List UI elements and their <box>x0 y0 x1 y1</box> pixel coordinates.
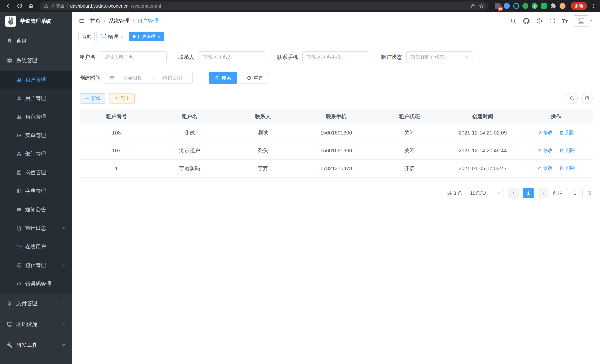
filter-row-2: 创建时间 - 搜索 重置 <box>80 72 593 84</box>
current-page-button[interactable]: 1 <box>523 188 534 198</box>
tag-tenant[interactable]: 租户管理 × <box>129 32 164 41</box>
sidebar-item-dict[interactable]: 字典管理 <box>0 182 72 200</box>
sidebar-item-audit-log[interactable]: 审计日志 <box>0 219 72 237</box>
sidebar-item-dev-tools[interactable]: 研发工具 <box>0 335 72 355</box>
sidebar-item-dept[interactable]: 部门管理 <box>0 145 72 163</box>
cell-actions: 修改 删除 <box>519 142 593 159</box>
search-button-label: 搜索 <box>222 75 231 81</box>
delete-link[interactable]: 删除 <box>559 165 575 171</box>
browser-reload-button[interactable] <box>15 1 25 11</box>
close-icon[interactable]: × <box>121 34 123 39</box>
url-path: /system/tenant <box>131 3 161 9</box>
cell-actions: 修改 删除 <box>519 159 593 177</box>
breadcrumb-system[interactable]: 系统管理 <box>109 18 129 25</box>
status-select[interactable]: 请选择租户状态 <box>406 51 473 63</box>
tenant-name-input[interactable] <box>104 54 162 60</box>
goto-page-input[interactable] <box>567 188 582 198</box>
delete-link[interactable]: 删除 <box>559 147 575 154</box>
extension-icon-4[interactable] <box>523 3 528 9</box>
sidebar-item-user[interactable]: 用户管理 <box>0 89 72 108</box>
sidebar-item-menu[interactable]: 菜单管理 <box>0 126 72 145</box>
profile-avatar-icon[interactable] <box>560 3 565 9</box>
contact-input[interactable] <box>203 54 261 60</box>
app-logo-row[interactable]: 芋道管理系统 <box>0 12 72 30</box>
extension-icon-5[interactable]: y <box>532 3 538 9</box>
edit-link[interactable]: 修改 <box>537 165 553 171</box>
filter-phone: 联系手机 <box>277 51 369 63</box>
reset-button-label: 重置 <box>253 75 263 81</box>
page-size-value: 10条/页 <box>470 190 487 196</box>
sidebar-item-label: 菜单管理 <box>25 132 46 139</box>
security-label[interactable]: 不安全 <box>51 3 65 9</box>
sidebar-item-system[interactable]: 系统管理 <box>0 50 72 71</box>
prev-page-button[interactable] <box>508 188 519 198</box>
end-date-input[interactable] <box>156 75 188 81</box>
sidebar-item-home[interactable]: 首页 <box>0 30 72 50</box>
chevron-down-icon <box>464 55 469 59</box>
extension-icon-3[interactable] <box>513 3 519 9</box>
page-size-select[interactable]: 10条/页 <box>467 188 504 198</box>
extension-icon-1[interactable]: 10 <box>495 3 501 9</box>
browser-update-button[interactable]: 更新 <box>571 2 587 10</box>
help-icon[interactable] <box>536 18 543 24</box>
extension-icon-2[interactable] <box>504 3 510 9</box>
breadcrumb-home[interactable]: 首页 <box>90 18 101 25</box>
sidebar-item-role[interactable]: 角色管理 <box>0 108 72 126</box>
browser-home-button[interactable] <box>26 1 36 11</box>
sidebar-item-label: 审计日志 <box>25 225 46 232</box>
page-content: 租户名 联系人 联系手机 <box>72 43 600 364</box>
extensions-area: 10 y <box>495 3 565 9</box>
share-icon[interactable] <box>470 3 476 9</box>
avatar[interactable] <box>574 15 588 27</box>
user-menu[interactable] <box>574 15 593 27</box>
sidebar-item-tenant[interactable]: 租户管理 <box>0 71 72 89</box>
edit-link[interactable]: 修改 <box>537 129 553 136</box>
sidebar-item-sms[interactable]: 短信管理 <box>0 256 72 275</box>
export-button[interactable]: 导出 <box>109 93 135 103</box>
date-range-picker[interactable]: - <box>105 72 193 84</box>
reset-button[interactable]: 重置 <box>241 72 269 84</box>
code-icon <box>16 281 22 287</box>
cell-created: 2021-12-14 20:49:44 <box>446 142 519 159</box>
filter-row-1: 租户名 联系人 联系手机 <box>80 51 593 63</box>
phone-input[interactable] <box>307 54 365 60</box>
bookmark-star-icon[interactable] <box>479 3 484 9</box>
tag-dept[interactable]: 部门管理 × <box>96 32 127 41</box>
tag-label: 部门管理 <box>100 34 118 39</box>
refresh-table-button[interactable] <box>581 93 593 104</box>
next-page-button[interactable] <box>538 188 548 198</box>
delete-link[interactable]: 删除 <box>559 129 575 136</box>
search-icon[interactable] <box>510 18 517 24</box>
add-button[interactable]: 新增 <box>80 93 105 103</box>
extensions-menu-icon[interactable] <box>550 3 556 9</box>
filter-contact: 联系人 <box>178 51 265 63</box>
close-icon[interactable]: × <box>158 34 161 39</box>
toggle-search-button[interactable] <box>567 93 578 104</box>
tenant-name-field[interactable] <box>100 51 167 63</box>
address-bar[interactable]: 不安全 dashboard.yudao.iocoder.cn/system/te… <box>40 1 488 10</box>
browser-menu-icon[interactable] <box>590 2 596 10</box>
edit-link[interactable]: 修改 <box>537 147 553 154</box>
browser-back-button[interactable] <box>4 1 13 11</box>
tag-label: 首页 <box>82 34 91 39</box>
tag-home[interactable]: 首页 <box>78 32 95 41</box>
sidebar-item-online-user[interactable]: 在线用户 <box>0 237 72 256</box>
start-date-input[interactable] <box>117 75 149 81</box>
sidebar-collapse-button[interactable] <box>72 12 90 30</box>
font-size-icon[interactable]: TT <box>562 18 568 24</box>
cell-created: 2021-01-05 17:03:47 <box>446 159 519 177</box>
fullscreen-icon[interactable] <box>549 18 556 24</box>
sidebar-item-post[interactable]: 岗位管理 <box>0 163 72 182</box>
sidebar-item-payment[interactable]: 支付管理 <box>0 293 72 314</box>
sidebar-item-error-code[interactable]: 错误码管理 <box>0 275 72 293</box>
sidebar-item-notice[interactable]: 通知公告 <box>0 200 72 219</box>
contact-field[interactable] <box>198 51 265 63</box>
tenant-name-label: 租户名 <box>80 54 95 61</box>
search-button[interactable]: 搜索 <box>209 72 237 84</box>
extension-icon-6[interactable] <box>541 3 547 9</box>
col-created: 创建时间 <box>446 109 519 124</box>
sidebar-item-label: 基础设施 <box>16 321 37 328</box>
github-icon[interactable] <box>523 18 530 24</box>
phone-field[interactable] <box>302 51 369 63</box>
sidebar-item-infrastructure[interactable]: 基础设施 <box>0 314 72 335</box>
